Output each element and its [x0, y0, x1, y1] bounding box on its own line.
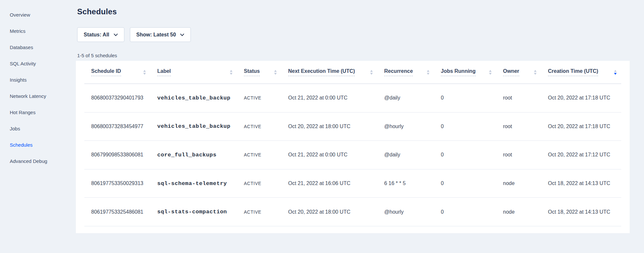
main-content: Schedules Status: All Show: Latest 50 1-…	[76, 0, 644, 253]
table-row[interactable]: 806197753350029313 sql-schema-telemetry …	[84, 169, 621, 198]
sidebar: Overview Metrics Databases SQL Activity …	[0, 0, 76, 253]
cell-recurrence: @daily	[377, 95, 434, 101]
cell-next-execution-time: Oct 20, 2022 at 18:00 UTC	[281, 124, 377, 129]
sidebar-item-advanced-debug[interactable]: Advanced Debug	[0, 153, 76, 169]
cell-label: vehicles_table_backup	[150, 123, 237, 129]
cell-owner: root	[496, 152, 541, 158]
sidebar-item-network-latency[interactable]: Network Latency	[0, 88, 76, 104]
cell-creation-time: Oct 18, 2022 at 14:13 UTC	[541, 180, 621, 186]
cell-status: ACTIVE	[237, 209, 281, 215]
column-header-recurrence[interactable]: Recurrence	[377, 68, 434, 76]
column-header-owner[interactable]: Owner	[496, 68, 541, 76]
sort-icon	[139, 70, 146, 75]
sidebar-item-sql-activity[interactable]: SQL Activity	[0, 55, 76, 72]
sort-icon	[530, 70, 537, 75]
cell-label: sql-stats-compaction	[150, 209, 237, 215]
sort-icon	[485, 70, 492, 75]
show-latest-label: Show: Latest 50	[136, 32, 176, 38]
cell-schedule-id: 806799098533806081	[84, 152, 150, 158]
cell-status: ACTIVE	[237, 152, 281, 157]
cell-next-execution-time: Oct 20, 2022 at 18:00 UTC	[281, 209, 377, 215]
cell-owner: node	[496, 209, 541, 215]
cell-schedule-id: 806800373290401793	[84, 95, 150, 101]
cell-next-execution-time: Oct 21, 2022 at 0:00 UTC	[281, 95, 377, 101]
table-row[interactable]: 806197753325486081 sql-stats-compaction …	[84, 198, 621, 226]
status-filter-dropdown[interactable]: Status: All	[77, 27, 124, 42]
status-filter-label: Status: All	[84, 32, 109, 38]
table-row[interactable]: 806800373290401793 vehicles_table_backup…	[84, 84, 621, 113]
schedules-table-card: Schedule ID Label Status Next Execution …	[76, 61, 630, 233]
cell-label: core_full_backups	[150, 152, 237, 158]
show-latest-dropdown[interactable]: Show: Latest 50	[130, 27, 191, 42]
table-row[interactable]: 806800373283454977 vehicles_table_backup…	[84, 113, 621, 141]
table-body: 806800373290401793 vehicles_table_backup…	[84, 84, 621, 226]
column-header-creation-time[interactable]: Creation Time (UTC)	[541, 68, 621, 76]
cell-schedule-id: 806800373283454977	[84, 124, 150, 129]
cell-recurrence: @hourly	[377, 124, 434, 129]
cell-recurrence: @hourly	[377, 209, 434, 215]
sort-icon	[366, 70, 373, 75]
cell-jobs-running: 0	[434, 124, 496, 129]
chevron-down-icon	[114, 33, 118, 36]
sort-icon	[270, 70, 277, 75]
cell-recurrence: @daily	[377, 152, 434, 158]
cell-creation-time: Oct 20, 2022 at 17:12 UTC	[541, 152, 621, 158]
column-header-label[interactable]: Label	[150, 68, 237, 76]
cell-next-execution-time: Oct 21, 2022 at 16:06 UTC	[281, 180, 377, 186]
cell-status: ACTIVE	[237, 95, 281, 100]
column-header-schedule-id[interactable]: Schedule ID	[84, 68, 150, 76]
column-header-next-execution-time[interactable]: Next Execution Time (UTC)	[281, 68, 377, 76]
cell-label: sql-schema-telemetry	[150, 180, 237, 187]
sidebar-item-hot-ranges[interactable]: Hot Ranges	[0, 104, 76, 120]
cell-owner: root	[496, 124, 541, 129]
cell-jobs-running: 0	[434, 95, 496, 101]
cell-creation-time: Oct 18, 2022 at 14:13 UTC	[541, 209, 621, 215]
sidebar-item-overview[interactable]: Overview	[0, 7, 76, 23]
cell-next-execution-time: Oct 21, 2022 at 0:00 UTC	[281, 152, 377, 158]
cell-status: ACTIVE	[237, 181, 281, 186]
cell-creation-time: Oct 20, 2022 at 17:18 UTC	[541, 95, 621, 101]
sidebar-item-databases[interactable]: Databases	[0, 39, 76, 55]
table-header-row: Schedule ID Label Status Next Execution …	[84, 61, 621, 84]
cell-recurrence: 6 16 * * 5	[377, 180, 434, 186]
cell-owner: root	[496, 95, 541, 101]
cell-status: ACTIVE	[237, 124, 281, 129]
chevron-down-icon	[180, 33, 184, 36]
results-count: 1-5 of 5 schedules	[77, 53, 117, 58]
column-header-jobs-running[interactable]: Jobs Running	[434, 68, 496, 76]
sidebar-item-jobs[interactable]: Jobs	[0, 120, 76, 137]
cell-label: vehicles_table_backup	[150, 95, 237, 101]
page-title: Schedules	[77, 7, 117, 16]
table-row[interactable]: 806799098533806081 core_full_backups ACT…	[84, 141, 621, 169]
filter-bar: Status: All Show: Latest 50	[77, 27, 191, 42]
cell-jobs-running: 0	[434, 152, 496, 158]
schedules-table: Schedule ID Label Status Next Execution …	[84, 61, 621, 226]
cell-jobs-running: 0	[434, 209, 496, 215]
cell-creation-time: Oct 20, 2022 at 17:18 UTC	[541, 124, 621, 129]
sidebar-item-metrics[interactable]: Metrics	[0, 23, 76, 39]
sort-icon	[226, 70, 232, 75]
cell-jobs-running: 0	[434, 180, 496, 186]
cell-schedule-id: 806197753325486081	[84, 209, 150, 215]
sort-icon	[423, 70, 429, 75]
sidebar-item-schedules[interactable]: Schedules	[0, 137, 76, 153]
cell-owner: node	[496, 180, 541, 186]
sidebar-item-insights[interactable]: Insights	[0, 72, 76, 88]
sort-desc-icon	[610, 70, 617, 75]
cell-schedule-id: 806197753350029313	[84, 180, 150, 186]
column-header-status[interactable]: Status	[237, 68, 281, 76]
